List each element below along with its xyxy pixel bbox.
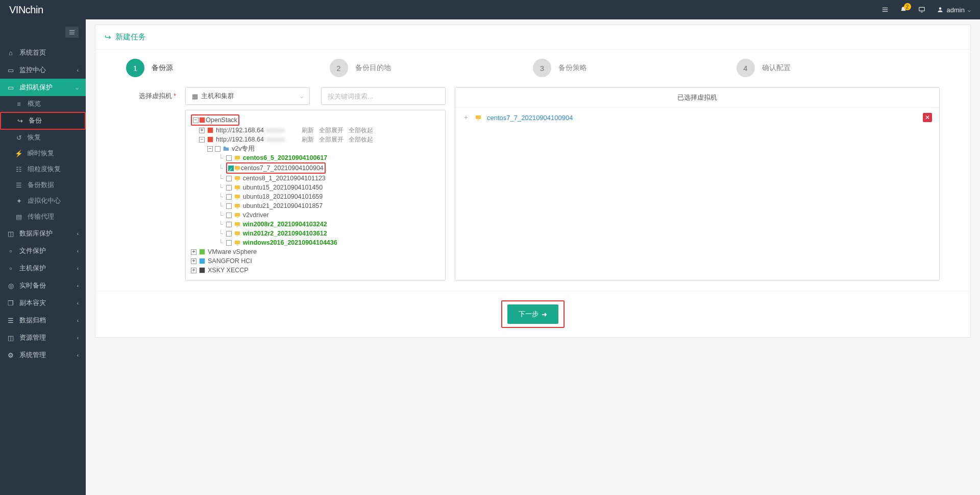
step-label: 备份策略 <box>558 63 587 73</box>
tree-node-vm[interactable]: └ win2012r2_20210904103612 <box>191 229 440 238</box>
step-strategy[interactable]: 3 备份策略 <box>533 59 737 77</box>
svg-rect-18 <box>236 190 238 190</box>
checkbox[interactable] <box>226 203 232 209</box>
nav-host-protect[interactable]: ▫ 主机保护 ‹ <box>0 260 86 277</box>
svg-rect-5 <box>69 30 75 31</box>
svg-rect-28 <box>236 235 238 236</box>
tree-node-vm[interactable]: └ v2vdriver <box>191 210 440 220</box>
checkbox[interactable] <box>226 194 232 200</box>
home-icon: ⌂ <box>7 49 14 57</box>
nav-db-protect[interactable]: ◫ 数据库保护 ‹ <box>0 225 86 242</box>
sidebar-collapse[interactable] <box>0 23 86 44</box>
nav-resource[interactable]: ◫ 资源管理 ‹ <box>0 329 86 346</box>
vm-icon <box>234 184 241 191</box>
expand-icon[interactable]: ＋ <box>462 113 470 122</box>
svg-rect-6 <box>69 32 75 33</box>
checkbox[interactable] <box>226 155 232 161</box>
collapse-all-action[interactable]: 全部收起 <box>349 126 373 135</box>
checkbox[interactable] <box>226 222 232 227</box>
nav-home[interactable]: ⌂ 系统首页 <box>0 44 86 61</box>
tree-node-vm[interactable]: └ centos8_1_20210904101123 <box>191 174 440 183</box>
tree-node-folder[interactable]: − v2v专用 <box>191 144 440 153</box>
resource-icon: ◫ <box>7 334 14 342</box>
nav-system[interactable]: ⚙ 系统管理 ‹ <box>0 346 86 364</box>
tree-node-vm[interactable]: └ centos6_5_20210904100617 <box>191 153 440 162</box>
view-mode-select[interactable]: ▦ 主机和集群 ⌵ <box>185 87 310 105</box>
checkbox[interactable] <box>226 213 232 218</box>
tree-node-vm[interactable]: └ ubuntu15_20210904101450 <box>191 183 440 192</box>
hamburger-icon[interactable] <box>65 27 79 38</box>
sub-backup-data[interactable]: ☰ 备份数据 <box>0 177 86 193</box>
vm-icon <box>234 193 241 200</box>
tree-node-vm[interactable]: └ centos7_7_20210904100904 <box>191 162 440 174</box>
sub-label: 恢复 <box>28 133 41 142</box>
step-source[interactable]: 1 备份源 <box>126 59 330 77</box>
expand-icon[interactable]: + <box>191 258 197 264</box>
checkbox[interactable] <box>226 176 232 181</box>
logs-icon[interactable] <box>881 6 889 13</box>
nav-realtime-backup[interactable]: ◎ 实时备份 ‹ <box>0 277 86 294</box>
tree-node-vm[interactable]: └ windows2016_20210904104436 <box>191 238 440 247</box>
vm-icon <box>234 230 241 237</box>
selected-vm-name[interactable]: centos7_7_20210904100904 <box>487 114 573 122</box>
checkbox[interactable] <box>226 185 232 191</box>
tree-node-host1[interactable]: + http://192.168.64xxxxxx 刷新 全部展开 全部收起 <box>191 126 440 135</box>
sub-overview[interactable]: ≡ 概览 <box>0 96 86 112</box>
search-input[interactable] <box>321 87 446 105</box>
checkbox[interactable] <box>226 240 232 246</box>
expand-all-action[interactable]: 全部展开 <box>319 126 344 135</box>
svg-rect-8 <box>200 117 205 123</box>
tree-node-vm[interactable]: └ ubuntu21_20210904101857 <box>191 201 440 210</box>
sub-restore[interactable]: ↺ 恢复 <box>0 130 86 146</box>
user-menu[interactable]: admin ⌵ <box>937 6 971 14</box>
expand-all-action[interactable]: 全部展开 <box>319 135 344 144</box>
nav-monitor[interactable]: ▭ 监控中心 ‹ <box>0 61 86 79</box>
expand-icon[interactable]: + <box>199 128 205 133</box>
notification-icon[interactable]: 2 <box>900 6 907 13</box>
nav-label: 实时备份 <box>19 281 46 290</box>
svg-rect-26 <box>236 226 238 227</box>
checkbox[interactable] <box>228 166 234 171</box>
nav-replica[interactable]: ❐ 副本容灾 ‹ <box>0 294 86 312</box>
share-icon: ↪ <box>105 33 111 42</box>
collapse-icon[interactable]: − <box>199 137 205 143</box>
checkbox[interactable] <box>226 231 232 237</box>
sub-virt-center[interactable]: ✦ 虚拟化中心 <box>0 193 86 209</box>
refresh-action[interactable]: 刷新 <box>302 135 314 144</box>
tree-node-vm[interactable]: └ win2008r2_20210904103242 <box>191 220 440 229</box>
expand-icon[interactable]: + <box>191 249 197 255</box>
refresh-action[interactable]: 刷新 <box>302 126 314 135</box>
step-confirm[interactable]: 4 确认配置 <box>737 59 940 77</box>
nav-archive[interactable]: ☰ 数据归档 ‹ <box>0 312 86 329</box>
tree-node-vendor[interactable]: + SANGFOR HCI <box>191 256 440 266</box>
vm-tree: − OpenStack + http://192.168.64xxxxxx 刷新… <box>185 110 446 280</box>
svg-rect-0 <box>882 8 888 8</box>
nav-file-protect[interactable]: ▫ 文件保护 ‹ <box>0 242 86 260</box>
checkbox[interactable] <box>215 146 220 152</box>
tree-node-host2[interactable]: − http://192.168.64xxxxxx 刷新 全部展开 全部收起 <box>191 135 440 144</box>
tree-label: XSKY XECCP <box>208 266 249 275</box>
next-button[interactable]: 下一步 ➜ <box>507 304 558 324</box>
collapse-icon[interactable]: − <box>193 117 199 123</box>
step-number: 4 <box>737 59 755 77</box>
tree-node-vm[interactable]: └ ubuntu18_20210904101659 <box>191 192 440 201</box>
expand-icon[interactable]: + <box>191 268 197 273</box>
svg-rect-34 <box>476 115 481 119</box>
sub-instant-restore[interactable]: ⚡ 瞬时恢复 <box>0 146 86 161</box>
tree-node-vendor[interactable]: + VMware vSphere <box>191 247 440 256</box>
tree-node-vendor[interactable]: + XSKY XECCP <box>191 266 440 275</box>
nav-label: 系统管理 <box>19 350 46 360</box>
sub-label: 概览 <box>28 100 41 108</box>
remove-button[interactable]: ✕ <box>923 113 932 122</box>
nav-vm-protect[interactable]: ▭ 虚拟机保护 ⌵ <box>0 79 86 96</box>
sub-agent[interactable]: ▤ 传输代理 <box>0 209 86 225</box>
display-icon[interactable] <box>918 6 925 13</box>
collapse-icon[interactable]: − <box>207 146 213 152</box>
svg-rect-2 <box>882 11 888 12</box>
sub-backup[interactable]: ↪ 备份 <box>0 112 86 130</box>
sub-granular-restore[interactable]: ☷ 细粒度恢复 <box>0 161 86 177</box>
tree-node-openstack[interactable]: − OpenStack <box>191 114 440 126</box>
data-icon: ☰ <box>15 181 22 189</box>
collapse-all-action[interactable]: 全部收起 <box>349 135 373 144</box>
step-destination[interactable]: 2 备份目的地 <box>330 59 533 77</box>
